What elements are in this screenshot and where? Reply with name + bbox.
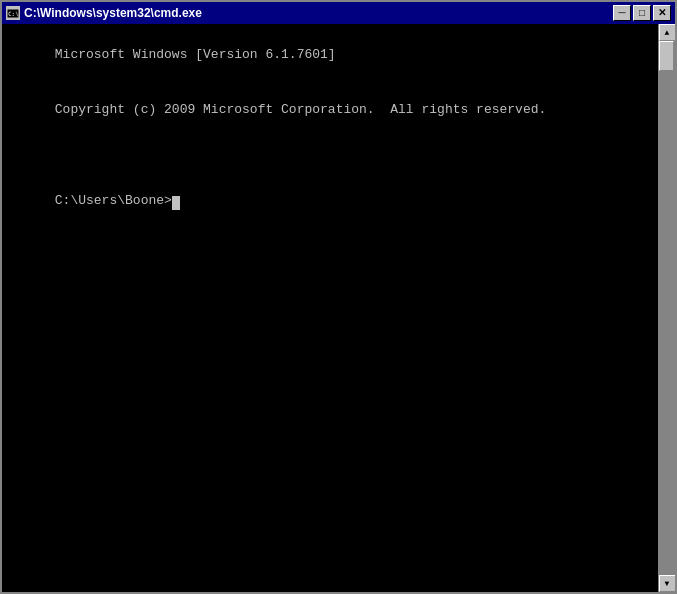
- svg-text:C:\: C:\: [8, 10, 19, 17]
- maximize-button[interactable]: □: [633, 5, 651, 21]
- terminal-line2: Copyright (c) 2009 Microsoft Corporation…: [55, 102, 546, 117]
- scroll-up-button[interactable]: ▲: [659, 24, 676, 41]
- content-area: Microsoft Windows [Version 6.1.7601] Cop…: [2, 24, 675, 592]
- cmd-window: C:\ C:\Windows\system32\cmd.exe ─ □ ✕ Mi…: [0, 0, 677, 594]
- title-bar-left: C:\ C:\Windows\system32\cmd.exe: [6, 6, 202, 20]
- terminal-prompt: C:\Users\Boone>: [55, 193, 172, 208]
- minimize-button[interactable]: ─: [613, 5, 631, 21]
- close-button[interactable]: ✕: [653, 5, 671, 21]
- terminal-cursor: [172, 196, 180, 210]
- window-title: C:\Windows\system32\cmd.exe: [24, 6, 202, 20]
- title-bar: C:\ C:\Windows\system32\cmd.exe ─ □ ✕: [2, 2, 675, 24]
- window-controls: ─ □ ✕: [613, 5, 671, 21]
- scrollbar: ▲ ▼: [658, 24, 675, 592]
- scroll-down-button[interactable]: ▼: [659, 575, 676, 592]
- scrollbar-track: [659, 41, 675, 575]
- terminal-output[interactable]: Microsoft Windows [Version 6.1.7601] Cop…: [2, 24, 658, 592]
- scrollbar-thumb[interactable]: [659, 41, 674, 71]
- terminal-line1: Microsoft Windows [Version 6.1.7601]: [55, 47, 336, 62]
- window-icon: C:\: [6, 6, 20, 20]
